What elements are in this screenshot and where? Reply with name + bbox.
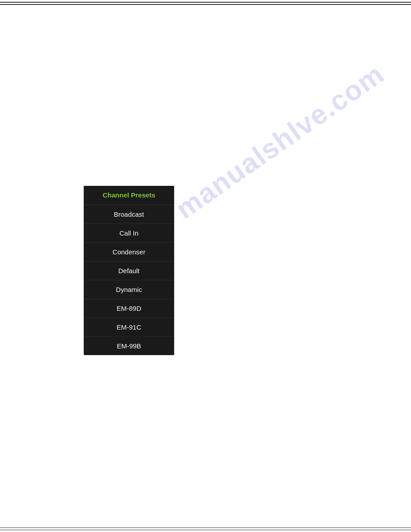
dropdown-header-text: Channel Presets [103,191,155,199]
channel-presets-dropdown: Channel Presets Broadcast Call In Conden… [84,186,174,355]
bottom-border [0,524,411,532]
preset-item-default[interactable]: Default [84,261,174,280]
preset-item-em99b[interactable]: EM-99B [84,336,174,355]
dropdown-header: Channel Presets [84,186,174,205]
preset-item-callin[interactable]: Call In [84,223,174,242]
top-border [0,0,411,8]
preset-item-broadcast[interactable]: Broadcast [84,205,174,223]
watermark: manualshlve.com [170,58,390,225]
preset-item-condenser[interactable]: Condenser [84,242,174,261]
preset-item-em91c[interactable]: EM-91C [84,317,174,336]
preset-item-dynamic[interactable]: Dynamic [84,280,174,299]
preset-item-em89d[interactable]: EM-89D [84,299,174,317]
